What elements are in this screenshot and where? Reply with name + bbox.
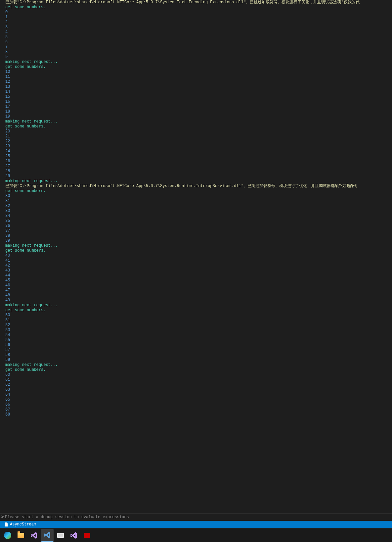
document-icon	[4, 522, 9, 527]
output-line: 31	[5, 199, 387, 204]
output-line: 4	[5, 30, 387, 35]
output-line: get some numbers.	[5, 308, 387, 313]
output-line: get some numbers.	[5, 65, 387, 70]
status-bar: AsyncStream	[0, 521, 392, 528]
output-line: 52	[5, 323, 387, 328]
output-line: 58	[5, 353, 387, 358]
output-line: 22	[5, 139, 387, 144]
output-line: 18	[5, 109, 387, 114]
output-line: 7	[5, 45, 387, 50]
output-line: 33	[5, 209, 387, 214]
visual-studio-icon	[70, 532, 77, 539]
output-line: 48	[5, 293, 387, 298]
output-line: 41	[5, 258, 387, 263]
taskbar	[0, 528, 392, 542]
output-line: 40	[5, 253, 387, 258]
output-line: 17	[5, 104, 387, 109]
output-line: 30	[5, 194, 387, 199]
output-line: 35	[5, 219, 387, 223]
output-line: 37	[5, 228, 387, 233]
output-line: 46	[5, 283, 387, 288]
output-line: 65	[5, 397, 387, 402]
edge-icon	[4, 532, 11, 539]
output-line: making next request...	[5, 60, 387, 65]
output-line: 54	[5, 333, 387, 338]
output-line: 26	[5, 159, 387, 164]
output-line: 57	[5, 348, 387, 353]
taskbar-item-vs-purple-2[interactable]	[67, 529, 80, 542]
repl-input-row: >	[0, 513, 392, 521]
output-line: 1	[5, 15, 387, 20]
output-line: 38	[5, 233, 387, 238]
output-line: 16	[5, 99, 387, 104]
document-icon	[57, 533, 64, 538]
output-line: 11	[5, 74, 387, 79]
output-line: 61	[5, 377, 387, 382]
output-line: 67	[5, 407, 387, 412]
output-line: making next request...	[5, 119, 387, 124]
output-line: 32	[5, 204, 387, 209]
output-line: 14	[5, 89, 387, 94]
output-line: 21	[5, 134, 387, 139]
output-line: 42	[5, 263, 387, 268]
folder-icon	[18, 533, 24, 538]
output-line: 60	[5, 372, 387, 377]
output-line: 3	[5, 25, 387, 30]
output-line: 45	[5, 278, 387, 283]
taskbar-item-edge[interactable]	[1, 529, 14, 542]
output-line: 56	[5, 343, 387, 348]
output-line: making next request...	[5, 243, 387, 248]
output-line: 12	[5, 79, 387, 84]
output-line: 8	[5, 50, 387, 55]
output-line: 47	[5, 288, 387, 293]
output-line: 62	[5, 382, 387, 387]
output-line: 64	[5, 392, 387, 397]
visual-studio-icon	[30, 532, 38, 539]
status-project[interactable]: AsyncStream	[3, 521, 37, 528]
output-line: 10	[5, 70, 387, 74]
output-line: 已加载"C:\Program Files\dotnet\shared\Micro…	[5, 0, 387, 5]
repl-prompt-icon: >	[0, 515, 5, 519]
output-line: 50	[5, 313, 387, 318]
output-line: 13	[5, 84, 387, 89]
output-line: 49	[5, 298, 387, 303]
output-line: making next request...	[5, 363, 387, 368]
output-line: 0	[5, 10, 387, 15]
output-line: 59	[5, 358, 387, 363]
taskbar-item-explorer[interactable]	[15, 529, 27, 542]
output-line: 29	[5, 174, 387, 179]
taskbar-item-typora[interactable]	[54, 529, 67, 542]
output-line: 5	[5, 35, 387, 40]
taskbar-item-red-app[interactable]	[81, 529, 93, 542]
output-line: 2	[5, 20, 387, 25]
output-line: get some numbers.	[5, 124, 387, 129]
output-line: 15	[5, 94, 387, 99]
app-icon	[84, 533, 90, 538]
output-line: 6	[5, 40, 387, 45]
output-line: 27	[5, 164, 387, 169]
output-line: 43	[5, 268, 387, 273]
output-line: 9	[5, 55, 387, 60]
output-line: 36	[5, 223, 387, 228]
output-line: 28	[5, 169, 387, 174]
output-line: 55	[5, 338, 387, 343]
output-line: 53	[5, 328, 387, 333]
output-line: making next request...	[5, 179, 387, 184]
output-line: 39	[5, 238, 387, 243]
debug-output-pane[interactable]: 已加载"C:\Program Files\dotnet\shared\Micro…	[0, 0, 392, 513]
output-line: making next request...	[5, 303, 387, 308]
output-line: 66	[5, 402, 387, 407]
output-line: 63	[5, 387, 387, 392]
output-line: 20	[5, 129, 387, 134]
taskbar-item-vs-blue[interactable]	[41, 529, 54, 542]
output-line: 34	[5, 214, 387, 219]
repl-input[interactable]	[5, 514, 392, 520]
output-line: get some numbers.	[5, 248, 387, 253]
output-line: 25	[5, 154, 387, 159]
output-line: 68	[5, 412, 387, 417]
visual-studio-icon	[44, 531, 51, 539]
status-project-name: AsyncStream	[10, 522, 36, 527]
taskbar-item-vs-purple-1[interactable]	[28, 529, 40, 542]
output-line: 44	[5, 273, 387, 278]
output-line: get some numbers.	[5, 189, 387, 194]
